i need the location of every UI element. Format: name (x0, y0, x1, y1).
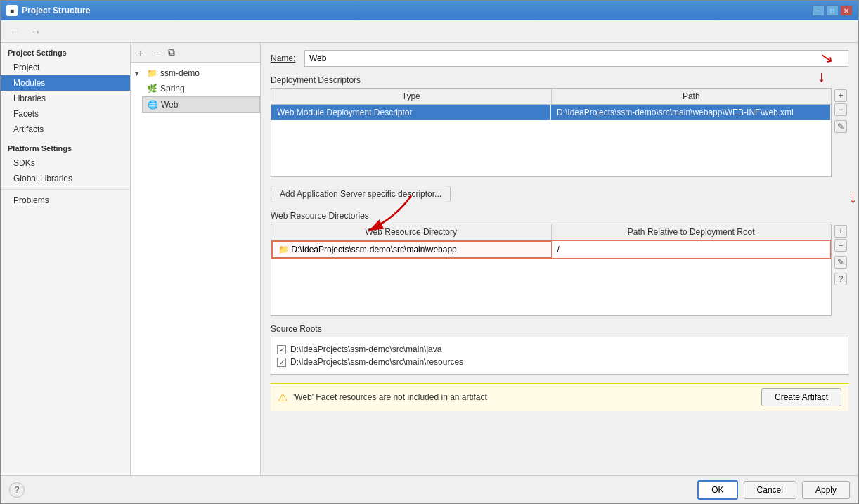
web-resource-side-buttons: + − ✎ ? (833, 224, 848, 287)
source-root-1-path: D:\IdeaProjects\ssm-demo\src\main\resour… (290, 357, 463, 367)
source-root-0: ✓ D:\IdeaProjects\ssm-demo\src\main\java (277, 343, 842, 356)
app-icon: ■ (6, 5, 18, 16)
col-type: Type (271, 89, 552, 104)
deployment-table-area: ↓ Type Path Web Module Deployment Descri… (271, 88, 848, 177)
source-roots-header: Source Roots (271, 324, 848, 334)
warning-icon: ⚠ (278, 391, 288, 404)
tree-toggle-ssm: ▾ (135, 70, 143, 77)
tree-content: ▾ 📁 ssm-demo 🌿 Spring 🌐 Web (131, 63, 260, 475)
cancel-button[interactable]: Cancel (744, 481, 796, 499)
tree-node-spring[interactable]: 🌿 Spring (142, 81, 260, 96)
col-rel-path: Path Relative to Deployment Root (552, 224, 832, 240)
web-resource-add-button[interactable]: + (834, 225, 847, 238)
project-structure-window: ■ Project Structure − □ ✕ ← → Project Se… (0, 0, 859, 504)
source-root-0-checkbox[interactable]: ✓ (277, 345, 286, 354)
deployment-side-buttons: ↘ + − ✎ (833, 88, 848, 134)
tree-remove-button[interactable]: − (149, 46, 163, 60)
folder-icon: 📁 (278, 245, 291, 254)
name-input[interactable] (304, 50, 848, 67)
project-settings-header: Project Settings (1, 43, 130, 60)
deployment-table-header: Type Path (271, 89, 831, 105)
warning-text: 'Web' Facet resources are not included i… (293, 392, 487, 402)
deployment-row-0[interactable]: Web Module Deployment Descriptor D:\Idea… (271, 105, 831, 120)
web-resource-remove-button[interactable]: − (834, 239, 847, 252)
source-root-1: ✓ D:\IdeaProjects\ssm-demo\src\main\reso… (277, 356, 842, 368)
deployment-edit-button[interactable]: ✎ (834, 120, 847, 133)
deployment-path-0: D:\IdeaProjects\ssm-demo\src\main\webapp… (551, 105, 831, 120)
tree-add-button[interactable]: + (134, 46, 148, 60)
sidebar-item-facets[interactable]: Facets (1, 106, 130, 122)
maximize-button[interactable]: □ (826, 5, 839, 16)
window-title: Project Structure (22, 6, 812, 15)
col-path: Path (552, 89, 832, 104)
tree-label-spring: Spring (160, 84, 185, 93)
web-resource-table-area: ↓ Web Resource Directory Path Relative t… (271, 224, 848, 316)
close-button[interactable]: ✕ (840, 5, 853, 16)
back-button[interactable]: ← (6, 23, 23, 40)
arrow-annotation-right: ↓ (849, 188, 857, 207)
deployment-table-empty (271, 120, 831, 176)
platform-settings-header: Platform Settings (1, 137, 130, 155)
tree-toolbar: + − ⧉ (131, 43, 260, 63)
project-icon: 📁 (146, 67, 157, 79)
detail-panel: Name: Deployment Descriptors ↓ Type (261, 43, 858, 475)
web-resource-help-button[interactable]: ? (834, 273, 847, 285)
sidebar-item-global-libraries[interactable]: Global Libraries (1, 171, 130, 186)
deployment-table: ↓ Type Path Web Module Deployment Descri… (271, 88, 832, 177)
deployment-header: Deployment Descriptors (271, 75, 848, 85)
web-icon: 🌐 (147, 99, 158, 110)
sidebar-item-libraries[interactable]: Libraries (1, 91, 130, 106)
sidebar-item-project[interactable]: Project (1, 60, 130, 75)
deployment-type-0: Web Module Deployment Descriptor (271, 105, 551, 120)
source-root-1-checkbox[interactable]: ✓ (277, 358, 286, 367)
warning-bar: ⚠ 'Web' Facet resources are not included… (271, 383, 848, 411)
content-area: Project Settings Project Modules Librari… (1, 43, 858, 475)
window-controls: − □ ✕ (812, 5, 853, 16)
arrow-svg-3 (355, 195, 439, 238)
deployment-section: Deployment Descriptors ↓ Type Path (271, 75, 848, 177)
create-artifact-button[interactable]: Create Artifact (761, 388, 841, 406)
tree-label-web: Web (161, 100, 178, 110)
web-dir-0: 📁 D:\IdeaProjects\ssm-demo\src\main\weba… (272, 241, 552, 258)
sidebar-item-modules[interactable]: Modules (1, 75, 130, 91)
web-resource-edit-button[interactable]: ✎ (834, 256, 847, 269)
tree-panel: + − ⧉ ▾ 📁 ssm-demo 🌿 Spring (131, 43, 261, 475)
tree-label-ssm: ssm-demo (160, 68, 200, 78)
tree-node-ssm-demo[interactable]: ▾ 📁 ssm-demo (131, 65, 260, 81)
bottom-bar: ? OK Cancel Apply (1, 475, 858, 503)
name-label: Name: (271, 53, 299, 63)
help-button[interactable]: ? (9, 482, 25, 498)
web-resource-row-0[interactable]: 📁 D:\IdeaProjects\ssm-demo\src\main\weba… (271, 240, 831, 259)
source-root-0-path: D:\IdeaProjects\ssm-demo\src\main\java (290, 344, 441, 354)
sidebar-divider (1, 189, 130, 190)
web-resource-section: Web Resource Directories ↓ (271, 211, 848, 316)
sidebar-item-problems[interactable]: Problems (1, 193, 130, 208)
panels-row: + − ⧉ ▾ 📁 ssm-demo 🌿 Spring (131, 43, 858, 475)
web-resource-empty (271, 259, 831, 315)
minimize-button[interactable]: − (812, 5, 825, 16)
source-roots-section: Source Roots ✓ D:\IdeaProjects\ssm-demo\… (271, 324, 848, 375)
spring-icon: 🌿 (146, 83, 157, 94)
tree-copy-button[interactable]: ⧉ (164, 46, 179, 60)
forward-button[interactable]: → (27, 23, 44, 40)
name-field-row: Name: (271, 50, 848, 67)
arrow-annotation-1: ↓ (818, 67, 825, 86)
title-bar: ■ Project Structure − □ ✕ (1, 1, 858, 20)
sidebar-item-artifacts[interactable]: Artifacts (1, 122, 130, 137)
sidebar-item-sdks[interactable]: SDKs (1, 155, 130, 171)
toolbar: ← → (1, 20, 858, 43)
deployment-remove-button[interactable]: − (834, 103, 847, 116)
source-roots-list: ✓ D:\IdeaProjects\ssm-demo\src\main\java… (271, 337, 848, 375)
sidebar: Project Settings Project Modules Librari… (1, 43, 131, 475)
deployment-add-button[interactable]: + (834, 89, 847, 102)
apply-button[interactable]: Apply (802, 481, 850, 499)
deployment-table-wrapper: ↓ Type Path Web Module Deployment Descri… (271, 88, 832, 177)
tree-node-web[interactable]: 🌐 Web (142, 96, 260, 113)
ok-button[interactable]: OK (697, 480, 737, 500)
rel-path-0: / (552, 242, 831, 257)
